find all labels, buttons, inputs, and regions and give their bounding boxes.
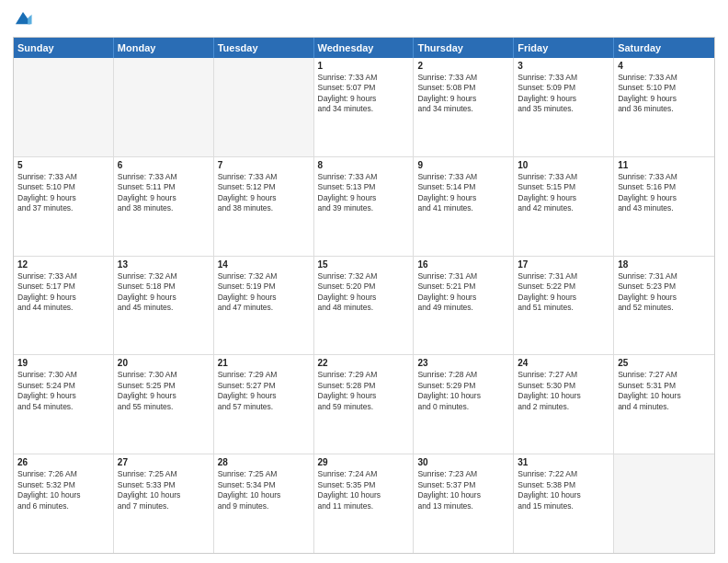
calendar-day-cell: 20Sunrise: 7:30 AMSunset: 5:25 PMDayligh… [114, 355, 214, 454]
day-info-text: and 6 minutes. [17, 501, 109, 511]
day-info-text: Sunset: 5:27 PM [218, 381, 310, 391]
day-info-text: and 42 minutes. [518, 203, 609, 213]
calendar-day-cell: 17Sunrise: 7:31 AMSunset: 5:22 PMDayligh… [514, 257, 614, 355]
day-number: 28 [218, 457, 310, 467]
day-info-text: Sunrise: 7:26 AM [17, 469, 109, 479]
calendar-day-cell: 14Sunrise: 7:32 AMSunset: 5:19 PMDayligh… [214, 257, 314, 355]
day-info-text: Sunrise: 7:30 AM [118, 370, 210, 380]
calendar-day-cell [214, 58, 314, 156]
day-number: 22 [318, 358, 410, 368]
day-number: 5 [17, 160, 109, 170]
day-info-text: and 36 minutes. [618, 104, 711, 114]
calendar-day-cell: 22Sunrise: 7:29 AMSunset: 5:28 PMDayligh… [314, 355, 415, 454]
day-number: 26 [17, 457, 109, 467]
calendar-day-cell: 15Sunrise: 7:32 AMSunset: 5:20 PMDayligh… [314, 257, 415, 355]
day-info-text: Sunset: 5:23 PM [618, 282, 711, 292]
day-info-text: Daylight: 9 hours [218, 391, 310, 401]
day-info-text: Sunset: 5:13 PM [318, 182, 410, 192]
day-info-text: Sunrise: 7:33 AM [518, 172, 609, 182]
day-info-text: Daylight: 9 hours [318, 193, 410, 203]
calendar-day-cell: 3Sunrise: 7:33 AMSunset: 5:09 PMDaylight… [514, 58, 614, 156]
day-info-text: Sunset: 5:09 PM [518, 83, 609, 93]
day-info-text: and 34 minutes. [417, 104, 509, 114]
day-info-text: Sunrise: 7:33 AM [17, 172, 109, 182]
day-info-text: Daylight: 10 hours [518, 391, 609, 401]
day-info-text: Daylight: 9 hours [218, 193, 310, 203]
calendar-day-cell: 31Sunrise: 7:22 AMSunset: 5:38 PMDayligh… [514, 454, 614, 553]
day-info-text: Daylight: 10 hours [318, 490, 410, 500]
day-info-text: Sunrise: 7:33 AM [218, 172, 310, 182]
calendar-week-row: 26Sunrise: 7:26 AMSunset: 5:32 PMDayligh… [14, 454, 714, 553]
calendar-day-cell: 10Sunrise: 7:33 AMSunset: 5:15 PMDayligh… [514, 157, 614, 256]
day-info-text: Sunset: 5:10 PM [618, 83, 711, 93]
day-info-text: Sunrise: 7:22 AM [518, 469, 609, 479]
day-info-text: Sunrise: 7:32 AM [318, 271, 410, 282]
calendar-day-cell: 1Sunrise: 7:33 AMSunset: 5:07 PMDaylight… [314, 58, 415, 156]
calendar-day-cell [114, 58, 214, 156]
day-info-text: Sunset: 5:35 PM [318, 480, 410, 490]
day-info-text: Sunset: 5:32 PM [17, 480, 109, 490]
day-info-text: Sunset: 5:33 PM [118, 480, 210, 490]
header [13, 9, 715, 29]
day-info-text: and 43 minutes. [618, 203, 711, 213]
day-info-text: Daylight: 9 hours [17, 293, 109, 303]
calendar-day-cell: 21Sunrise: 7:29 AMSunset: 5:27 PMDayligh… [214, 355, 314, 454]
day-info-text: and 47 minutes. [218, 303, 310, 313]
day-info-text: Sunrise: 7:25 AM [218, 469, 310, 479]
calendar-header-cell: Monday [114, 38, 214, 58]
calendar-week-row: 5Sunrise: 7:33 AMSunset: 5:10 PMDaylight… [14, 157, 714, 257]
day-info-text: Sunset: 5:31 PM [618, 381, 711, 391]
day-info-text: Daylight: 10 hours [118, 490, 210, 500]
day-number: 1 [318, 61, 410, 71]
calendar-day-cell: 19Sunrise: 7:30 AMSunset: 5:24 PMDayligh… [14, 355, 114, 454]
day-info-text: Sunrise: 7:27 AM [518, 370, 609, 380]
day-info-text: Daylight: 9 hours [118, 391, 210, 401]
calendar-header-cell: Friday [514, 38, 614, 58]
day-info-text: Sunset: 5:25 PM [118, 381, 210, 391]
calendar-day-cell: 4Sunrise: 7:33 AMSunset: 5:10 PMDaylight… [614, 58, 714, 156]
day-number: 30 [417, 457, 509, 467]
day-info-text: Sunset: 5:34 PM [218, 480, 310, 490]
day-info-text: Sunrise: 7:27 AM [618, 370, 711, 380]
calendar-day-cell [614, 454, 714, 553]
calendar-header-cell: Sunday [14, 38, 114, 58]
day-info-text: Sunrise: 7:31 AM [417, 271, 509, 282]
day-number: 6 [118, 160, 210, 170]
logo [13, 9, 37, 29]
day-number: 20 [118, 358, 210, 368]
day-info-text: Daylight: 9 hours [417, 293, 509, 303]
day-number: 4 [618, 61, 711, 71]
calendar-day-cell: 9Sunrise: 7:33 AMSunset: 5:14 PMDaylight… [414, 157, 514, 256]
day-info-text: Sunset: 5:16 PM [618, 182, 711, 192]
day-number: 10 [518, 160, 609, 170]
day-info-text: Sunrise: 7:33 AM [618, 73, 711, 83]
day-info-text: Sunset: 5:30 PM [518, 381, 609, 391]
day-info-text: and 7 minutes. [118, 501, 210, 511]
calendar-day-cell: 18Sunrise: 7:31 AMSunset: 5:23 PMDayligh… [614, 257, 714, 355]
calendar-day-cell: 11Sunrise: 7:33 AMSunset: 5:16 PMDayligh… [614, 157, 714, 256]
day-info-text: Daylight: 9 hours [218, 293, 310, 303]
day-info-text: and 15 minutes. [518, 501, 609, 511]
day-info-text: Sunset: 5:15 PM [518, 182, 609, 192]
day-info-text: Sunset: 5:20 PM [318, 282, 410, 292]
day-info-text: Sunset: 5:14 PM [417, 182, 509, 192]
day-number: 9 [417, 160, 509, 170]
day-info-text: Sunrise: 7:33 AM [318, 73, 410, 83]
calendar-day-cell: 16Sunrise: 7:31 AMSunset: 5:21 PMDayligh… [414, 257, 514, 355]
calendar-day-cell: 12Sunrise: 7:33 AMSunset: 5:17 PMDayligh… [14, 257, 114, 355]
day-info-text: Sunset: 5:11 PM [118, 182, 210, 192]
day-number: 17 [518, 259, 609, 270]
day-info-text: and 57 minutes. [218, 402, 310, 412]
day-info-text: Sunset: 5:29 PM [417, 381, 509, 391]
logo-icon [13, 9, 33, 29]
calendar-body: 1Sunrise: 7:33 AMSunset: 5:07 PMDaylight… [14, 58, 714, 553]
day-info-text: Sunrise: 7:33 AM [417, 172, 509, 182]
day-number: 3 [518, 61, 609, 71]
day-info-text: and 0 minutes. [417, 402, 509, 412]
day-info-text: Sunset: 5:18 PM [118, 282, 210, 292]
day-number: 27 [118, 457, 210, 467]
day-number: 11 [618, 160, 711, 170]
day-info-text: Sunset: 5:19 PM [218, 282, 310, 292]
calendar-day-cell: 28Sunrise: 7:25 AMSunset: 5:34 PMDayligh… [214, 454, 314, 553]
day-info-text: Sunrise: 7:31 AM [518, 271, 609, 282]
